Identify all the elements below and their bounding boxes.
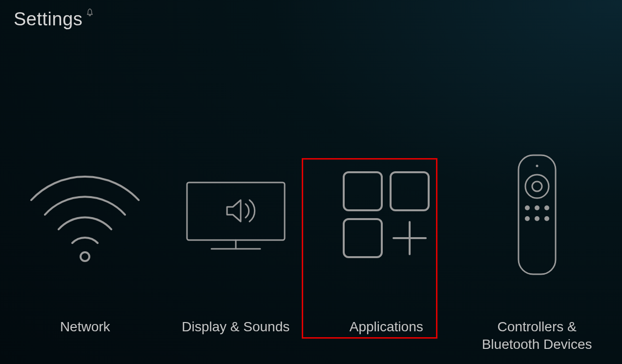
wifi-icon bbox=[12, 156, 158, 273]
tile-network[interactable]: Network bbox=[12, 156, 158, 336]
svg-point-0 bbox=[81, 252, 89, 261]
tile-label-applications: Applications bbox=[318, 318, 455, 336]
svg-rect-4 bbox=[344, 172, 382, 210]
svg-point-17 bbox=[535, 216, 539, 221]
tile-label-network: Network bbox=[17, 318, 153, 336]
svg-point-11 bbox=[525, 175, 549, 198]
header: Settings bbox=[14, 9, 94, 30]
settings-tiles: Network Display & Sounds bbox=[0, 156, 622, 354]
tile-label-display-sounds: Display & Sounds bbox=[167, 318, 304, 336]
svg-point-10 bbox=[536, 165, 538, 167]
svg-point-14 bbox=[535, 205, 539, 210]
tile-controllers[interactable]: Controllers & Bluetooth Devices bbox=[464, 156, 610, 354]
svg-point-16 bbox=[525, 216, 530, 221]
tv-sound-icon bbox=[163, 156, 309, 273]
svg-rect-6 bbox=[344, 219, 382, 257]
tile-label-controllers: Controllers & Bluetooth Devices bbox=[469, 318, 605, 354]
svg-point-12 bbox=[532, 182, 542, 191]
svg-point-18 bbox=[544, 216, 549, 221]
page-title: Settings bbox=[14, 9, 83, 30]
svg-point-13 bbox=[525, 205, 530, 210]
svg-rect-5 bbox=[391, 172, 429, 210]
bell-icon bbox=[85, 8, 94, 17]
remote-icon bbox=[464, 156, 610, 273]
svg-point-15 bbox=[544, 205, 549, 210]
svg-rect-1 bbox=[187, 182, 285, 240]
tile-applications[interactable]: Applications bbox=[313, 156, 459, 336]
svg-rect-9 bbox=[518, 155, 556, 274]
tile-display-sounds[interactable]: Display & Sounds bbox=[163, 156, 309, 336]
apps-icon bbox=[313, 156, 459, 273]
